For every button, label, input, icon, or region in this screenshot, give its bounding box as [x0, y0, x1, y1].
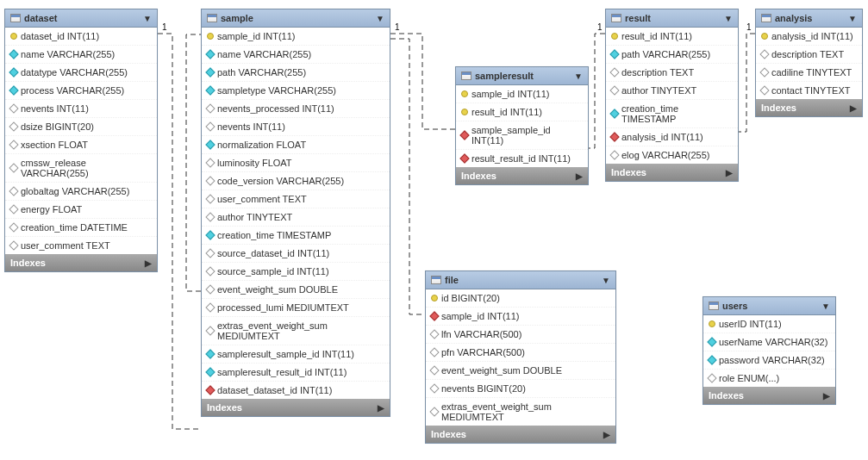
column-text: sampleresult_sample_id INT(11): [217, 349, 354, 359]
column-text: extras_event_weight_sum MEDIUMTEXT: [441, 401, 610, 422]
column-text: dataset_id INT(11): [21, 31, 99, 41]
table-icon: [611, 14, 621, 22]
column-row: pfn VARCHAR(500): [426, 344, 615, 362]
table-analysis: analysis ▼ analysis_id INT(11) descripti…: [755, 9, 863, 117]
column-row: dataset_id INT(11): [5, 28, 157, 46]
table-title: result: [625, 13, 651, 23]
collapse-icon[interactable]: ▼: [602, 276, 610, 285]
column-row: sample_id INT(11): [426, 308, 615, 326]
pk-icon: [461, 109, 468, 115]
column-row: analysis_id INT(11): [756, 28, 862, 46]
collapse-icon[interactable]: ▼: [848, 14, 857, 23]
column-text: nevents BIGINT(20): [441, 383, 526, 394]
column-row: code_version VARCHAR(255): [202, 172, 390, 190]
field-icon: [205, 367, 215, 376]
field-icon: [205, 284, 215, 294]
indexes-footer[interactable]: Indexes▶: [703, 387, 835, 404]
field-icon: [609, 85, 619, 95]
field-icon: [9, 204, 18, 214]
table-result: result ▼ result_id INT(11) path VARCHAR(…: [605, 9, 739, 182]
column-text: extras_event_weight_sum MEDIUMTEXT: [217, 320, 384, 341]
table-columns: result_id INT(11) path VARCHAR(255) desc…: [606, 28, 738, 164]
expand-icon: ▶: [726, 168, 733, 177]
column-row: elog VARCHAR(255): [606, 146, 738, 164]
column-text: nevents INT(11): [21, 103, 89, 114]
column-text: creation_time TIMESTAMP: [621, 103, 733, 124]
field-icon: [9, 121, 18, 131]
column-row: cmssw_release VARCHAR(255): [5, 154, 157, 183]
indexes-footer[interactable]: Indexes▶: [5, 254, 157, 271]
column-text: lfn VARCHAR(500): [441, 329, 521, 339]
column-row: luminosity FLOAT: [202, 154, 390, 172]
column-row: path VARCHAR(255): [202, 64, 390, 82]
column-row: userName VARCHAR(32): [703, 333, 835, 351]
column-row: event_weight_sum DOUBLE: [202, 281, 390, 299]
collapse-icon[interactable]: ▼: [376, 14, 384, 23]
table-header: dataset ▼: [5, 9, 157, 28]
table-title: users: [722, 301, 747, 311]
column-text: analysis_id INT(11): [771, 31, 853, 41]
field-icon: [609, 150, 619, 159]
column-text: sampleresult_result_id INT(11): [217, 367, 347, 377]
field-icon: [205, 103, 215, 113]
column-row: author TINYTEXT: [202, 208, 390, 227]
column-text: sample_sample_id INT(11): [471, 125, 583, 146]
column-row: analysis_id INT(11): [606, 128, 738, 146]
pk-icon: [207, 33, 214, 40]
table-sampleresult: sampleresult ▼ sample_id INT(11) result_…: [455, 66, 589, 185]
column-text: datatype VARCHAR(255): [21, 67, 128, 78]
field-icon: [205, 266, 215, 276]
field-icon: [205, 158, 215, 167]
column-row: processed_lumi MEDIUMTEXT: [202, 299, 390, 317]
field-icon: [9, 163, 18, 172]
column-row: nevents_processed INT(11): [202, 100, 390, 118]
field-icon: [205, 349, 215, 358]
column-row: event_weight_sum DOUBLE: [426, 362, 615, 380]
column-text: cmssw_release VARCHAR(255): [21, 158, 152, 178]
column-text: processed_lumi MEDIUMTEXT: [217, 302, 349, 313]
field-icon: [205, 230, 215, 239]
indexes-label: Indexes: [207, 402, 242, 413]
table-icon: [207, 14, 217, 22]
column-row: nevents INT(11): [202, 118, 390, 136]
column-row: name VARCHAR(255): [202, 46, 390, 64]
collapse-icon[interactable]: ▼: [724, 14, 733, 23]
field-icon: [707, 373, 716, 382]
field-icon: [205, 67, 215, 77]
indexes-footer[interactable]: Indexes▶: [426, 426, 615, 443]
cardinality-label: 1: [162, 22, 167, 32]
column-row: result_id INT(11): [606, 28, 738, 46]
cardinality-label: 1: [597, 22, 603, 32]
indexes-label: Indexes: [611, 167, 646, 177]
field-icon: [9, 103, 18, 113]
field-icon: [429, 329, 439, 339]
field-icon: [9, 186, 18, 196]
column-text: nevents_processed INT(11): [217, 103, 334, 114]
column-row: user_comment TEXT: [5, 237, 157, 254]
collapse-icon[interactable]: ▼: [821, 301, 830, 311]
column-row: creation_time TIMESTAMP: [202, 227, 390, 245]
column-row: extras_event_weight_sum MEDIUMTEXT: [202, 317, 390, 345]
field-icon: [759, 85, 769, 95]
column-row: source_dataset_id INT(11): [202, 245, 390, 263]
indexes-footer[interactable]: Indexes▶: [606, 164, 738, 181]
table-title: sample: [221, 13, 253, 23]
pk-icon: [461, 90, 468, 97]
column-text: name VARCHAR(255): [21, 49, 115, 59]
collapse-icon[interactable]: ▼: [574, 71, 583, 81]
pk-icon: [10, 33, 17, 40]
indexes-label: Indexes: [461, 171, 496, 181]
field-icon: [205, 176, 215, 185]
indexes-label: Indexes: [761, 103, 796, 113]
collapse-icon[interactable]: ▼: [143, 14, 152, 23]
column-text: sample_id INT(11): [441, 311, 519, 321]
indexes-footer[interactable]: Indexes▶: [456, 167, 588, 184]
indexes-footer[interactable]: Indexes▶: [202, 399, 390, 416]
table-users: users ▼ userID INT(11) userName VARCHAR(…: [703, 296, 836, 405]
indexes-footer[interactable]: Indexes▶: [756, 99, 862, 116]
column-row: lfn VARCHAR(500): [426, 326, 615, 344]
table-header: file ▼: [426, 271, 615, 289]
field-icon: [205, 248, 215, 258]
table-icon: [709, 301, 719, 310]
column-row: sample_id INT(11): [202, 28, 390, 46]
